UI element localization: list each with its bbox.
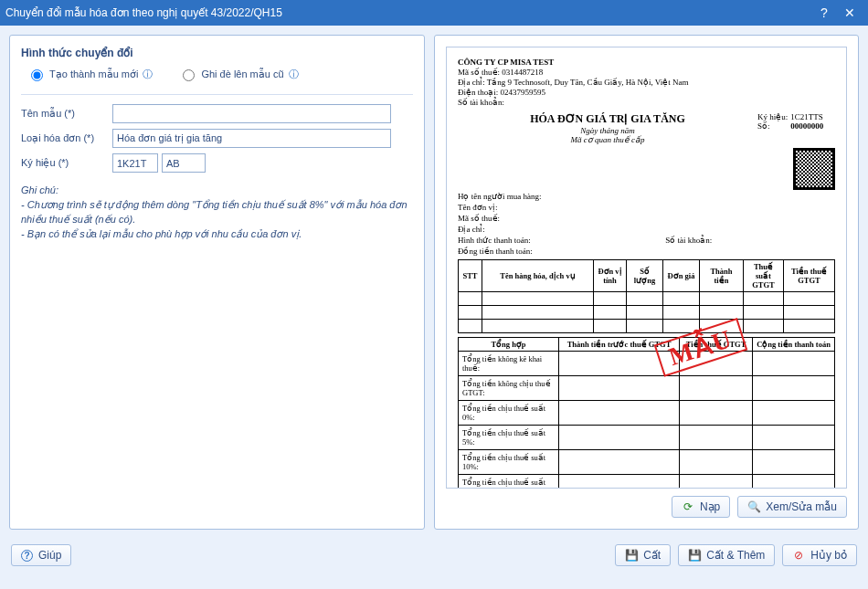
radio-new-label: Tạo thành mẫu mới bbox=[49, 68, 138, 80]
content: Hình thức chuyển đổi Tạo thành mẫu mới ⓘ… bbox=[0, 26, 868, 539]
note-line: - Bạn có thể sửa lại mẫu cho phù hợp với… bbox=[21, 227, 413, 242]
help-icon: ? bbox=[21, 550, 33, 562]
invoice-title: HÓA ĐƠN GIÁ TRỊ GIA TĂNG bbox=[458, 112, 757, 126]
conversion-mode-group: Tạo thành mẫu mới ⓘ Ghi đè lên mẫu cũ ⓘ bbox=[21, 67, 413, 89]
radio-new-input[interactable] bbox=[31, 69, 43, 81]
preview-panel: CÔNG TY CP MISA TEST Mã số thuế: 0314487… bbox=[434, 35, 859, 530]
section-title: Hình thức chuyển đổi bbox=[21, 47, 413, 59]
close-button[interactable]: ✕ bbox=[837, 5, 863, 20]
help-button[interactable]: ? bbox=[811, 5, 837, 20]
qr-code bbox=[458, 148, 835, 190]
radio-new[interactable]: Tạo thành mẫu mới ⓘ bbox=[26, 67, 153, 81]
view-edit-button[interactable]: 🔍 Xem/Sửa mẫu bbox=[737, 496, 847, 518]
note-line: - Chương trình sẽ tự động thêm dòng "Tổn… bbox=[21, 198, 413, 227]
window-title: Chuyển đổi mẫu hóa đơn theo nghị quyết 4… bbox=[5, 6, 811, 19]
note-block: Ghi chú: - Chương trình sẽ tự động thêm … bbox=[21, 184, 413, 242]
invoice-type-input[interactable] bbox=[112, 129, 391, 148]
cancel-icon: ⊘ bbox=[792, 549, 805, 562]
form-panel: Hình thức chuyển đổi Tạo thành mẫu mới ⓘ… bbox=[9, 35, 425, 530]
symbol-suffix-input[interactable] bbox=[162, 153, 206, 173]
titlebar: Chuyển đổi mẫu hóa đơn theo nghị quyết 4… bbox=[0, 0, 868, 26]
summary-table: Tổng hợp Thành tiền trước thuế GTGT Tiền… bbox=[458, 337, 835, 489]
symbol-prefix-input bbox=[112, 153, 158, 173]
reload-button[interactable]: ⟳ Nạp bbox=[672, 496, 730, 518]
footer: ? Giúp 💾 Cất 💾 Cất & Thêm ⊘ Hủy bỏ bbox=[0, 539, 868, 572]
template-name-input[interactable] bbox=[112, 104, 391, 123]
search-icon: 🔍 bbox=[747, 500, 760, 513]
radio-overwrite-input[interactable] bbox=[183, 69, 195, 81]
company-name: CÔNG TY CP MISA TEST bbox=[458, 58, 554, 67]
divider bbox=[21, 94, 413, 95]
note-header: Ghi chú: bbox=[21, 184, 413, 198]
lbl-symbol: Ký hiệu (*) bbox=[21, 157, 112, 169]
save-add-button[interactable]: 💾 Cất & Thêm bbox=[678, 544, 775, 566]
help-button[interactable]: ? Giúp bbox=[11, 544, 71, 566]
save-icon: 💾 bbox=[688, 549, 701, 562]
cancel-button[interactable]: ⊘ Hủy bỏ bbox=[782, 544, 857, 566]
items-table: STT Tên hàng hóa, dịch vụ Đơn vị tính Số… bbox=[458, 259, 835, 333]
info-icon[interactable]: ⓘ bbox=[143, 68, 153, 81]
info-icon[interactable]: ⓘ bbox=[289, 68, 299, 81]
refresh-icon: ⟳ bbox=[682, 500, 694, 513]
radio-overwrite[interactable]: Ghi đè lên mẫu cũ ⓘ bbox=[178, 67, 298, 81]
save-button[interactable]: 💾 Cất bbox=[615, 544, 671, 566]
lbl-invoice-type: Loại hóa đơn (*) bbox=[21, 132, 112, 144]
save-icon: 💾 bbox=[625, 549, 638, 562]
invoice-preview: CÔNG TY CP MISA TEST Mã số thuế: 0314487… bbox=[446, 47, 847, 489]
lbl-template-name: Tên mẫu (*) bbox=[21, 108, 112, 120]
radio-overwrite-label: Ghi đè lên mẫu cũ bbox=[201, 68, 283, 80]
